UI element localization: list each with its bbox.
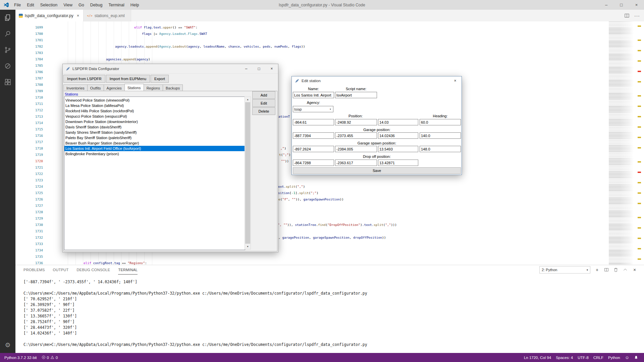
more-actions-icon[interactable]: ··· [634,13,640,18]
scroll-down-icon[interactable]: ▼ [245,244,251,249]
debug-icon[interactable] [0,58,15,74]
language-mode-item[interactable]: Python [606,356,623,360]
configurator-tab[interactable]: Regions [144,84,163,91]
search-icon[interactable] [0,26,15,42]
gear-icon[interactable]: ⚙ [5,341,10,349]
maximize-icon[interactable]: □ [253,64,265,73]
import-export-button[interactable]: Import from EUPMenu [106,75,150,83]
station-list-item[interactable]: La Mesa Police Station (laMesaPol) [64,103,245,108]
name-input[interactable] [293,92,334,98]
minimize-icon[interactable]: – [599,0,614,10]
save-button[interactable]: Save [293,167,461,174]
python-version-item[interactable]: Python 3.7.2 32-bit [2,356,39,360]
encoding-item[interactable]: UTF-8 [575,356,591,360]
terminal-line: [' 13.36657f', ' 130f'] [23,313,644,319]
panel-tab[interactable]: PROBLEMS [23,265,45,274]
edit-station-title-bar[interactable]: Edit station × [292,76,462,85]
garage-y-input[interactable] [335,132,377,139]
garage-spawn-x-input[interactable] [293,146,334,152]
extensions-icon[interactable] [0,74,15,90]
garage-spawn-heading-input[interactable] [420,146,461,152]
garage-z-input[interactable] [378,132,418,139]
station-action-button[interactable]: Add [252,91,275,99]
menu-item[interactable]: File [11,0,24,10]
configurator-tab[interactable]: Agencies [104,84,125,91]
problems-item[interactable]: 0 0 [39,355,60,360]
drop-off-z-input[interactable] [378,160,418,166]
garage-spawn-label: Garage spawn position: [293,141,461,145]
source-control-icon[interactable] [0,42,15,58]
agency-combobox[interactable]: lsiap ▼ [293,106,333,112]
panel-tab[interactable]: TERMINAL [118,265,138,275]
tab-lspdfr-data-configurator[interactable]: lspdfr_data_configurator.py × [15,10,84,21]
maximize-panel-icon[interactable] [623,267,628,273]
menu-item[interactable]: Help [127,0,142,10]
configurator-tab[interactable]: Stations [124,84,144,91]
close-panel-icon[interactable]: × [632,267,637,273]
position-y-input[interactable] [335,119,377,125]
editor-actions: ··· [624,10,644,21]
indentation-item[interactable]: Spaces: 4 [553,356,575,360]
eol-item[interactable]: CRLF [591,356,606,360]
scrollbar-thumb[interactable] [245,102,250,244]
panel-tab[interactable]: DEBUG CONSOLE [77,265,110,274]
station-list-item[interactable]: Sandy Shores Sheriff Station (sandySheri… [64,130,245,135]
configurator-tab[interactable]: Backups [163,84,183,91]
menu-item[interactable]: Edit [24,0,37,10]
new-terminal-icon[interactable]: + [594,267,600,273]
station-list-item[interactable]: Davis Sheriff Station (davisSheriff) [64,124,245,130]
minimap[interactable] [609,21,635,265]
heading-input[interactable] [420,119,461,125]
drop-off-x-input[interactable] [293,160,334,166]
import-export-button[interactable]: Import from LSPDFR [63,75,105,83]
feedback-smiley-icon[interactable]: ☺ [623,355,632,360]
configurator-tab[interactable]: Outfits [87,84,104,91]
minimize-icon[interactable]: – [240,64,253,73]
cursor-position-item[interactable]: Ln 1720, Col 94 [522,356,553,360]
kill-terminal-icon[interactable] [613,267,619,273]
station-list-item[interactable]: Los Santos Intl. Airport Field Office (l… [64,146,245,151]
maximize-icon[interactable]: □ [614,0,629,10]
terminal-output[interactable]: ['-887.7394f', ' -2373.455f', ' 14.02436… [15,275,644,348]
garage-x-input[interactable] [293,132,334,139]
menu-item[interactable]: Go [75,0,87,10]
drop-off-y-input[interactable] [335,160,377,166]
notifications-bell-icon[interactable] [632,355,641,360]
garage-spawn-y-input[interactable] [335,146,377,152]
station-action-button[interactable]: Delete [252,107,275,115]
station-list-item[interactable]: Beaver Bush Ranger Station (beaverRanger… [64,140,245,146]
scroll-up-icon[interactable]: ▲ [245,97,251,102]
position-x-input[interactable] [293,119,334,125]
garage-heading-input[interactable] [420,132,461,139]
station-list-item[interactable]: Paleto Bay Sheriff Station (paletoSherif… [64,135,245,140]
menu-item[interactable]: Terminal [106,0,127,10]
configurator-title-bar[interactable]: LSPDFR Data Configurator – □ × [63,64,278,74]
station-action-button[interactable]: Edit [252,99,275,107]
garage-spawn-z-input[interactable] [378,146,418,152]
station-list-item[interactable]: Vespucci Police Station (vespucciPol) [64,114,245,119]
tab-stations-eup-xml[interactable]: </> stations_eup.xml [84,10,131,21]
station-list-item[interactable]: Downtown Police Station (downtownInterio… [64,119,245,124]
panel-tab[interactable]: OUTPUT [53,265,69,274]
listbox-scrollbar[interactable]: ▲ ▼ [245,97,251,249]
close-icon[interactable]: × [629,0,644,10]
close-icon[interactable]: × [449,76,462,85]
split-editor-icon[interactable] [624,13,630,18]
menu-item[interactable]: Selection [37,0,60,10]
tab-close-icon[interactable]: × [76,13,80,18]
split-terminal-icon[interactable] [604,267,609,273]
terminal-select[interactable]: 2: Python ▼ [539,266,590,274]
import-export-button[interactable]: Export [151,75,169,83]
station-list-item[interactable]: Bolingbroke Penitentiary (prison) [64,151,245,157]
menu-item[interactable]: View [60,0,75,10]
stations-listbox[interactable]: Vinewood Police Station (vinewoodPol)La … [64,97,245,250]
station-list-item[interactable]: Vinewood Police Station (vinewoodPol) [64,98,245,103]
script-name-input[interactable] [335,92,377,98]
configurator-tab[interactable]: Inventories [63,84,88,91]
menu-item[interactable]: Debug [87,0,106,10]
station-list-item[interactable]: Rockford Hills Police Station (rockfordP… [64,108,245,114]
close-icon[interactable]: × [265,64,278,73]
position-z-input[interactable] [378,119,418,125]
explorer-icon[interactable] [0,10,15,26]
chevron-down-icon[interactable]: ▼ [328,106,333,112]
